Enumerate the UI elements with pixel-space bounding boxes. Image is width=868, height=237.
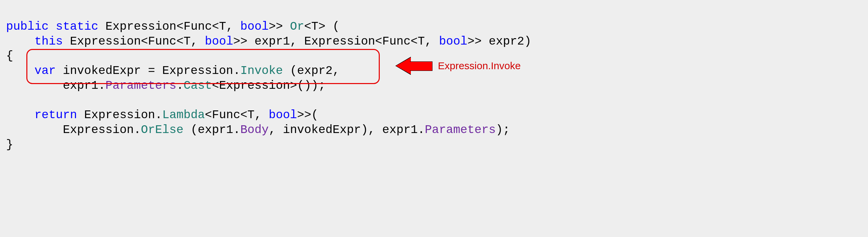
arrow-left-icon xyxy=(395,57,432,75)
callout-label: Expression.Invoke xyxy=(438,59,521,72)
prop-parameters-2: Parameters xyxy=(425,123,496,137)
code-line-7: return Expression.Lambda<Func<T, bool>>( xyxy=(6,108,318,122)
code-line-4: var invokedExpr = Expression.Invoke (exp… xyxy=(6,64,340,78)
type-expression: Expression xyxy=(105,20,176,33)
callout-arrow: Expression.Invoke xyxy=(395,57,521,75)
keyword-var: var xyxy=(34,64,56,78)
code-line-9: } xyxy=(6,138,13,152)
code-line-3: { xyxy=(6,49,13,63)
keyword-public: public xyxy=(6,20,49,33)
method-lambda: Lambda xyxy=(162,108,205,122)
code-line-2: this Expression<Func<T, bool>> expr1, Ex… xyxy=(6,35,531,48)
keyword-return: return xyxy=(34,108,77,122)
code-block: public static Expression<Func<T, bool>> … xyxy=(0,0,868,231)
code-line-8: Expression.OrElse (expr1.Body, invokedEx… xyxy=(6,123,510,137)
method-cast: Cast xyxy=(183,79,212,93)
keyword-bool: bool xyxy=(240,20,269,33)
method-invoke: Invoke xyxy=(240,64,283,78)
prop-body: Body xyxy=(240,123,269,137)
code-line-1: public static Expression<Func<T, bool>> … xyxy=(6,20,340,33)
prop-parameters: Parameters xyxy=(105,79,176,93)
method-or: Or xyxy=(290,20,304,33)
method-orelse: OrElse xyxy=(141,123,183,137)
keyword-this: this xyxy=(34,35,63,48)
type-func: Func xyxy=(183,20,212,33)
code-line-5: expr1.Parameters.Cast<Expression>()); xyxy=(6,79,325,93)
keyword-static: static xyxy=(56,20,98,33)
